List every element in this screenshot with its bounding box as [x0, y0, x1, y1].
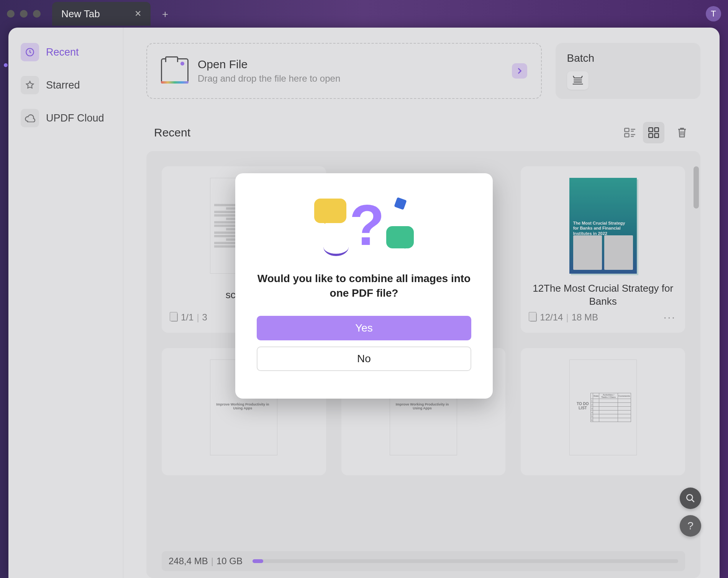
minimize-window-icon[interactable]	[20, 10, 28, 18]
modal-overlay[interactable]: ? Would you like to combine all images i…	[8, 28, 720, 578]
title-bar: New Tab ✕ ＋ T	[0, 0, 728, 28]
yes-button[interactable]: Yes	[257, 316, 471, 340]
close-tab-icon[interactable]: ✕	[134, 9, 141, 19]
avatar-initial: T	[711, 9, 716, 19]
tab-new-tab[interactable]: New Tab ✕	[52, 2, 151, 26]
sidebar-indicator-dot	[4, 63, 8, 67]
maximize-window-icon[interactable]	[33, 10, 41, 18]
no-button[interactable]: No	[257, 346, 471, 371]
no-button-label: No	[357, 353, 371, 365]
close-window-icon[interactable]	[7, 10, 15, 18]
tabs-row: New Tab ✕ ＋	[52, 2, 174, 26]
yes-button-label: Yes	[355, 322, 373, 334]
dialog-illustration: ?	[314, 196, 414, 258]
combine-dialog: ? Would you like to combine all images i…	[235, 173, 493, 399]
avatar[interactable]: T	[706, 6, 721, 21]
dialog-message: Would you like to combine all images int…	[257, 271, 471, 300]
app-shell: Recent Starred UPDF Cloud Open File D	[8, 28, 720, 578]
new-tab-button[interactable]: ＋	[157, 5, 174, 22]
window-controls	[7, 10, 41, 18]
tab-title: New Tab	[61, 8, 100, 20]
